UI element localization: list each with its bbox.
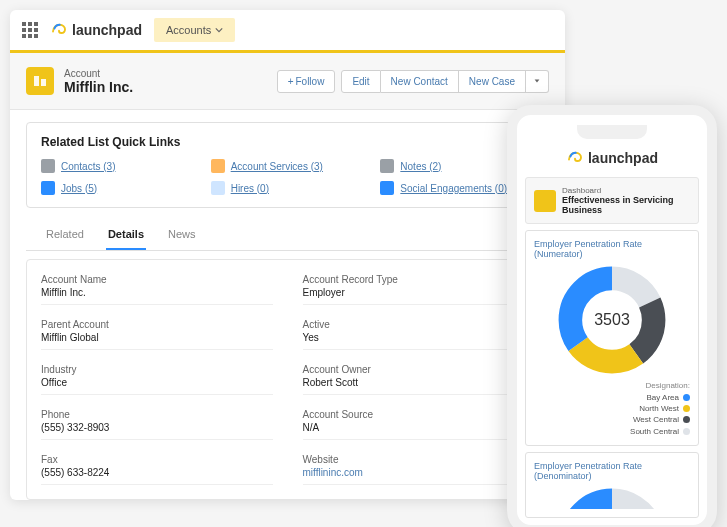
dashboard-label: Dashboard <box>562 186 690 195</box>
caret-down-icon <box>533 77 541 85</box>
field-fax: Fax(555) 633-8224 <box>41 454 273 485</box>
field-phone: Phone(555) 332-8903 <box>41 409 273 440</box>
chart-title-2: Employer Penetration Rate (Denominator) <box>534 461 690 481</box>
jobs-icon <box>41 181 55 195</box>
dashboard-title: Effectiveness in Servicing Business <box>562 195 690 215</box>
chart-card-numerator: Employer Penetration Rate (Numerator) 35… <box>525 230 699 446</box>
record-name: Mifflin Inc. <box>64 79 267 95</box>
field-source: Account SourceN/A <box>303 409 535 440</box>
field-industry: IndustryOffice <box>41 364 273 395</box>
chevron-down-icon <box>215 26 223 34</box>
svg-rect-0 <box>34 76 39 86</box>
nav-tab-accounts[interactable]: Accounts <box>154 18 235 42</box>
ql-hires[interactable]: Hires (0) <box>211 181 365 195</box>
tab-related[interactable]: Related <box>44 220 86 250</box>
dashboard-icon <box>534 190 556 212</box>
field-parent-account: Parent AccountMifflin Global <box>41 319 273 350</box>
field-website: Websitemifflininc.com <box>303 454 535 485</box>
edit-button[interactable]: Edit <box>341 70 380 93</box>
topbar: launchpad Accounts <box>10 10 565 53</box>
launchpad-swirl-icon <box>50 21 68 39</box>
ql-contacts[interactable]: Contacts (3) <box>41 159 195 173</box>
services-icon <box>211 159 225 173</box>
field-account-name: Account NameMifflin Inc. <box>41 274 273 305</box>
record-type-label: Account <box>64 68 267 79</box>
brand-logo: launchpad <box>50 21 142 39</box>
related-list-quick-links: Related List Quick Links Contacts (3) Ac… <box>26 122 549 208</box>
related-title: Related List Quick Links <box>41 135 534 149</box>
record-header: Account Mifflin Inc. +Follow Edit New Co… <box>10 53 565 110</box>
field-owner: Account OwnerRobert Scott <box>303 364 535 395</box>
donut-center-value: 3503 <box>594 311 630 329</box>
new-contact-button[interactable]: New Contact <box>381 70 459 93</box>
ql-jobs[interactable]: Jobs (5) <box>41 181 195 195</box>
notes-icon <box>380 159 394 173</box>
new-case-button[interactable]: New Case <box>459 70 526 93</box>
account-icon <box>26 67 54 95</box>
mobile-brand-logo: launchpad <box>525 137 699 177</box>
hires-icon <box>211 181 225 195</box>
brand-text: launchpad <box>72 22 142 38</box>
field-active: ActiveYes <box>303 319 535 350</box>
field-record-type: Account Record TypeEmployer <box>303 274 535 305</box>
donut-chart-peek <box>534 487 690 509</box>
chart-title: Employer Penetration Rate (Numerator) <box>534 239 690 259</box>
detail-tabs: Related Details News <box>26 220 549 251</box>
ql-account-services[interactable]: Account Services (3) <box>211 159 365 173</box>
social-icon <box>380 181 394 195</box>
chart-card-denominator: Employer Penetration Rate (Denominator) <box>525 452 699 518</box>
follow-button[interactable]: +Follow <box>277 70 336 93</box>
more-actions-button[interactable] <box>526 70 549 93</box>
mobile-preview: launchpad Dashboard Effectiveness in Ser… <box>507 105 717 527</box>
svg-rect-1 <box>41 79 46 86</box>
chart-legend: Designation: Bay Area North West West Ce… <box>630 381 690 437</box>
app-launcher-icon[interactable] <box>22 22 38 38</box>
dashboard-header: Dashboard Effectiveness in Servicing Bus… <box>525 177 699 224</box>
launchpad-swirl-icon <box>566 149 584 167</box>
tab-news[interactable]: News <box>166 220 198 250</box>
donut-chart: 3503 <box>557 265 667 375</box>
details-panel: Account NameMifflin Inc. Account Record … <box>26 259 549 500</box>
tab-details[interactable]: Details <box>106 220 146 250</box>
desktop-window: launchpad Accounts Account Mifflin Inc. … <box>10 10 565 500</box>
contacts-icon <box>41 159 55 173</box>
action-bar: +Follow Edit New Contact New Case <box>277 70 549 93</box>
